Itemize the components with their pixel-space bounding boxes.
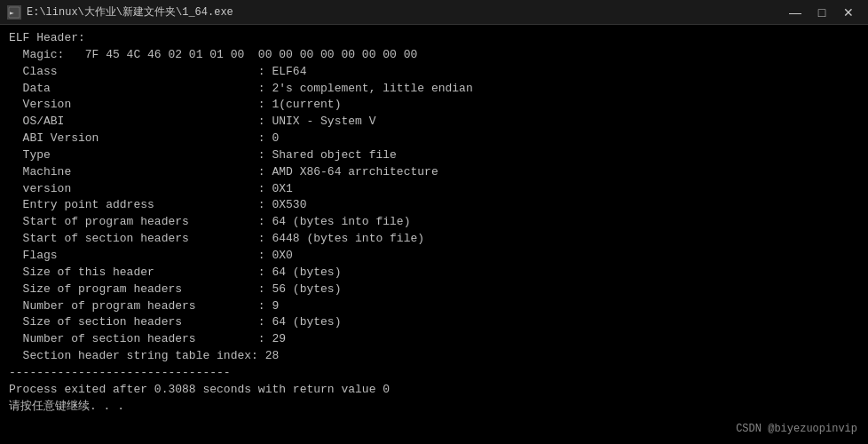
terminal-line: Start of program headers : 64 (bytes int… — [9, 214, 859, 231]
terminal-line: Size of this header : 64 (bytes) — [9, 265, 859, 281]
title-bar: ► E:\linux\大作业\新建文件夹\1_64.exe — □ ✕ — [0, 0, 868, 25]
minimize-button[interactable]: — — [783, 4, 808, 21]
terminal-line: Number of section headers : 29 — [9, 331, 859, 348]
terminal-line: Section header string table index: 28 — [9, 348, 859, 365]
terminal-line: Process exited after 0.3088 seconds with… — [9, 382, 859, 399]
terminal-line: -------------------------------- — [9, 365, 859, 382]
terminal-line: version : 0X1 — [9, 181, 859, 198]
terminal-line: 请按任意键继续. . . — [9, 399, 859, 416]
terminal-line: Size of section headers : 64 (bytes) — [9, 314, 859, 331]
watermark: CSDN @biyezuopinvip — [736, 423, 857, 435]
close-button[interactable]: ✕ — [836, 4, 861, 21]
terminal-line: Data : 2's complement, little endian — [9, 81, 859, 98]
title-left: ► E:\linux\大作业\新建文件夹\1_64.exe — [7, 4, 233, 20]
svg-text:►: ► — [10, 9, 14, 17]
terminal-line: Number of program headers : 9 — [9, 298, 859, 315]
terminal-line: Magic: 7F 45 4C 46 02 01 01 00 00 00 00 … — [9, 47, 859, 64]
maximize-button[interactable]: □ — [809, 4, 834, 21]
terminal-output: ELF Header: Magic: 7F 45 4C 46 02 01 01 … — [0, 25, 868, 444]
terminal-line: Version : 1(current) — [9, 97, 859, 114]
title-controls: — □ ✕ — [783, 4, 861, 21]
terminal-line: Start of section headers : 6448 (bytes i… — [9, 231, 859, 248]
terminal-line: Size of program headers : 56 (bytes) — [9, 281, 859, 298]
terminal-line: ABI Version : 0 — [9, 131, 859, 147]
terminal-line: Entry point address : 0X530 — [9, 197, 859, 214]
terminal-line: OS/ABI : UNIX - System V — [9, 114, 859, 131]
app-icon: ► — [7, 5, 21, 20]
terminal-line: Class : ELF64 — [9, 64, 859, 81]
terminal-line: Type : Shared object file — [9, 147, 859, 164]
terminal-line: Flags : 0X0 — [9, 248, 859, 265]
window-title: E:\linux\大作业\新建文件夹\1_64.exe — [27, 4, 233, 20]
terminal-line: Machine : AMD X86-64 arrchitecture — [9, 164, 859, 181]
terminal-line: ELF Header: — [9, 30, 859, 47]
